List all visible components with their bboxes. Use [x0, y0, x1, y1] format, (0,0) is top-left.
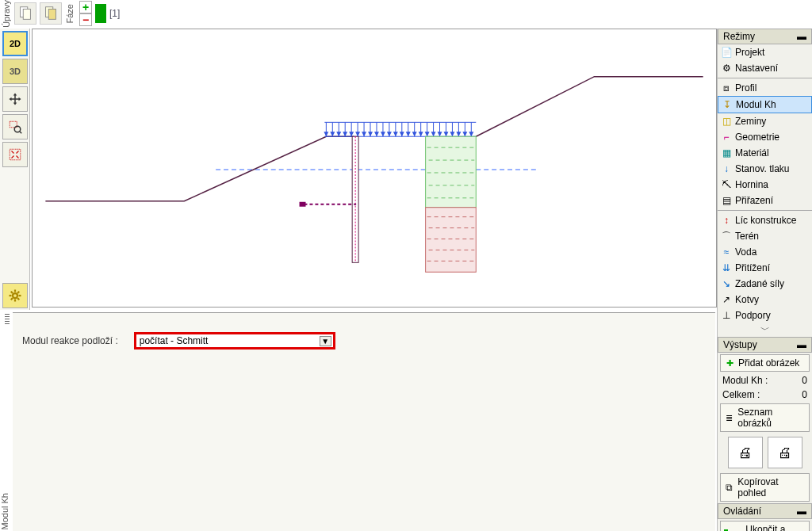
mj-water[interactable]: Voda: [718, 244, 812, 260]
svg-rect-3: [48, 10, 56, 20]
forces-icon: [721, 278, 732, 289]
svg-rect-1: [23, 10, 30, 20]
mj-supports[interactable]: Podpory: [718, 308, 812, 323]
outputs-collapse-icon[interactable]: ▬: [797, 339, 806, 350]
mj-load[interactable]: Přitížení: [718, 260, 812, 276]
modes-expand-icon[interactable]: ﹀: [718, 323, 812, 337]
svg-marker-67: [469, 132, 473, 136]
doc-icon: [721, 47, 732, 58]
anchor-icon: [721, 294, 732, 305]
svg-marker-53: [381, 132, 385, 136]
zoom-extents-button[interactable]: [2, 142, 28, 167]
pane-grip[interactable]: [5, 313, 10, 324]
out-total-row: Celkem :0: [718, 388, 812, 402]
svg-marker-46: [336, 132, 341, 136]
svg-line-15: [11, 298, 13, 300]
svg-line-16: [17, 292, 19, 293]
mj-assign[interactable]: Přiřazení: [718, 193, 812, 208]
profile-icon: [721, 82, 732, 94]
svg-marker-52: [374, 132, 379, 136]
modul-reakce-value[interactable]: [138, 335, 320, 346]
zoom-region-button[interactable]: [2, 114, 28, 139]
add-image-button[interactable]: Přidat obrázek: [720, 354, 810, 372]
settings-gear-button[interactable]: [2, 283, 28, 308]
copy-icon: [724, 482, 734, 493]
copy-view-button[interactable]: Kopírovat pohled: [720, 473, 810, 502]
svg-marker-64: [450, 132, 454, 136]
mj-anchors[interactable]: Kotvy: [718, 292, 812, 308]
param-label: Modul reakce podloží :: [22, 335, 118, 346]
mj-settings[interactable]: Nastavení: [718, 60, 812, 76]
mj-material[interactable]: Materiál: [718, 145, 812, 161]
add-image-icon: [724, 357, 735, 369]
printer-icon: [738, 445, 753, 461]
mj-face[interactable]: Líc konstrukce: [718, 212, 812, 228]
geometry-icon: [721, 132, 732, 143]
svg-marker-65: [456, 132, 461, 136]
modul-reakce-select[interactable]: ▼: [134, 332, 335, 350]
svg-marker-45: [330, 132, 335, 136]
printer-pdf-icon: [778, 445, 792, 461]
svg-marker-58: [412, 132, 417, 136]
svg-marker-59: [419, 132, 423, 136]
svg-marker-60: [425, 132, 430, 136]
mj-terrain[interactable]: Terén: [718, 228, 812, 244]
svg-marker-57: [406, 132, 411, 136]
gear-icon: [721, 63, 732, 74]
profile-svg: [33, 29, 716, 307]
material-icon: [721, 147, 732, 159]
left-toolbar: 2D 3D: [0, 29, 30, 310]
print-pdf-button[interactable]: [768, 437, 802, 468]
svg-rect-7: [10, 149, 21, 160]
terrain-icon: [721, 231, 732, 242]
modes-header: Režimy ▬: [718, 29, 812, 44]
mj-rock[interactable]: Hornina: [718, 177, 812, 193]
print-button[interactable]: [728, 437, 763, 468]
svg-marker-62: [438, 132, 442, 136]
mj-forces[interactable]: Zadané síly: [718, 276, 812, 292]
svg-marker-61: [431, 132, 436, 136]
clipboard-paste-2-button[interactable]: [40, 2, 62, 25]
kh-icon: [722, 99, 733, 110]
stage-add-remove: + −: [79, 1, 92, 26]
move-tool-button[interactable]: [2, 86, 28, 112]
control-collapse-icon[interactable]: ▬: [797, 506, 806, 517]
top-toolbar: Úpravy Fáze + − [1]: [0, 0, 812, 27]
images-list-button[interactable]: Seznam obrázků: [720, 403, 810, 432]
face-icon: [721, 215, 732, 226]
modes-collapse-icon[interactable]: ▬: [797, 31, 806, 42]
mj-project[interactable]: Projekt: [718, 44, 812, 60]
svg-line-14: [17, 298, 19, 300]
pressure-icon: [721, 163, 732, 174]
control-header: Ovládání ▬: [718, 503, 812, 519]
mj-geometry[interactable]: Geometrie: [718, 129, 812, 145]
mj-pressure[interactable]: Stanov. tlaku: [718, 161, 812, 177]
view-3d-button[interactable]: 3D: [2, 59, 28, 84]
svg-line-6: [20, 132, 21, 133]
stage-indicator[interactable]: [95, 4, 106, 23]
svg-point-5: [14, 126, 21, 132]
out-modul-kh-row: Modul Kh :0: [718, 373, 812, 388]
clipboard-paste-button[interactable]: [14, 2, 36, 25]
drawing-canvas[interactable]: [32, 29, 717, 308]
load-icon: [721, 262, 732, 273]
svg-marker-66: [462, 132, 467, 136]
support-icon: [721, 310, 732, 321]
svg-marker-44: [324, 132, 328, 136]
bottom-pane: Modul reakce podloží : ▼: [13, 312, 715, 531]
stage-number: [1]: [109, 8, 120, 19]
svg-marker-51: [368, 132, 373, 136]
svg-marker-54: [387, 132, 392, 136]
end-and-pass-button[interactable]: Ukončit a předat: [720, 521, 810, 531]
mj-soils[interactable]: Zeminy: [718, 113, 812, 129]
add-stage-button[interactable]: +: [79, 1, 92, 13]
svg-point-8: [13, 293, 17, 298]
svg-marker-49: [355, 132, 360, 136]
remove-stage-button[interactable]: −: [79, 13, 92, 26]
water-icon: [721, 246, 732, 258]
dropdown-arrow-icon[interactable]: ▼: [320, 336, 331, 346]
mj-profile[interactable]: Profil: [718, 80, 812, 96]
view-2d-button[interactable]: 2D: [2, 31, 28, 56]
mj-modul-kh[interactable]: Modul Kh: [718, 96, 812, 113]
edits-label: Úpravy: [2, 0, 11, 29]
